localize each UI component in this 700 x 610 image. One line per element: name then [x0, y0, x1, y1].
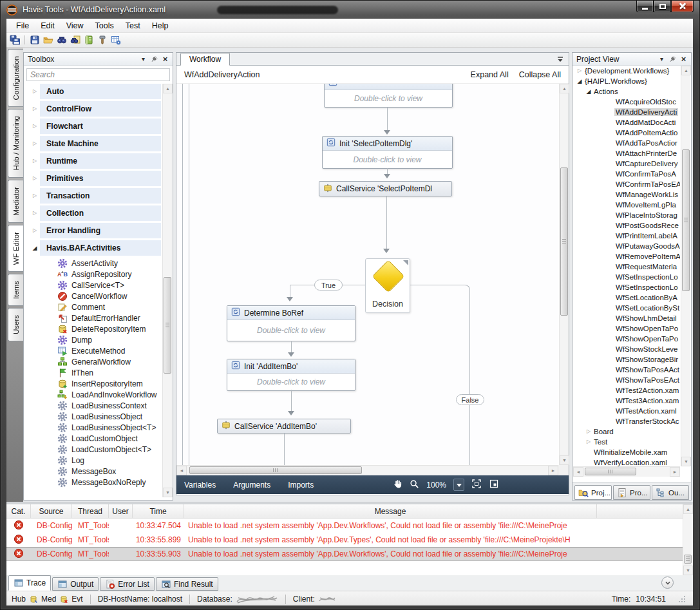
toolbar-button[interactable]: [28, 34, 41, 46]
node-determine-boref[interactable]: Determine BoRef Double-click to view: [227, 305, 355, 341]
pan-hand-icon[interactable]: [392, 479, 402, 491]
scrollbar-thumb[interactable]: [164, 277, 171, 374]
toolbox-item[interactable]: DeleteRepositoryItem: [25, 323, 162, 334]
tree-item[interactable]: ◢ {HAIPL.Workflows}: [573, 76, 680, 86]
zoom-dropdown-button[interactable]: [453, 479, 464, 491]
scroll-up-icon[interactable]: ▲: [681, 66, 691, 75]
tree-item[interactable]: WfAddPoItemActio: [573, 128, 680, 138]
node-init-selectpoitemdlg[interactable]: Init 'SelectPoItemDlg' Double-click to v…: [322, 136, 453, 169]
scrollbar-thumb[interactable]: [682, 149, 690, 291]
node-decision[interactable]: Decision: [365, 258, 410, 313]
scroll-up-icon[interactable]: ▲: [683, 504, 693, 514]
tab-workflow[interactable]: Workflow: [180, 53, 230, 66]
expander-icon[interactable]: ▷: [31, 124, 39, 129]
tree-item[interactable]: WfPostGoodsRece: [573, 220, 680, 231]
node-callservice-additembo[interactable]: CallService 'AddItemBo': [217, 419, 351, 434]
expander-icon[interactable]: ◢: [576, 79, 583, 84]
side-tab[interactable]: Items: [8, 274, 23, 306]
log-column-header[interactable]: [597, 504, 693, 518]
log-column-header[interactable]: User: [109, 504, 133, 518]
toolbox-search-input[interactable]: [26, 68, 170, 81]
tree-item[interactable]: WfShowStockLeve: [573, 344, 680, 354]
log-column-header[interactable]: Source: [31, 504, 72, 518]
toolbar-button[interactable]: [69, 34, 82, 46]
tree-item[interactable]: WfShowTaPosEAct: [573, 375, 680, 385]
node-collapsed-top[interactable]: Double-click to view: [324, 84, 453, 108]
toolbar-button[interactable]: [42, 34, 55, 46]
toolbox-category[interactable]: ▷ Transaction: [25, 188, 162, 204]
tree-item[interactable]: WfConfirmTaPosA: [573, 169, 680, 179]
project-view-horizontal-scrollbar[interactable]: ◄ ►: [573, 466, 680, 477]
toolbox-item[interactable]: ExecuteMethod: [25, 345, 162, 356]
toolbox-item[interactable]: GeneralWorkflow: [25, 356, 162, 367]
scroll-right-icon[interactable]: ►: [670, 467, 680, 477]
scroll-left-icon[interactable]: ◄: [176, 466, 187, 475]
toolbox-item[interactable]: LoadAndInvokeWorkflow: [25, 389, 162, 400]
tree-item[interactable]: WfAcquireOldStoc: [573, 97, 680, 107]
tree-item[interactable]: WfSetLocationBySt: [573, 303, 680, 313]
expander-icon[interactable]: ▷: [585, 429, 592, 434]
expander-icon[interactable]: ▷: [31, 193, 39, 198]
log-column-header[interactable]: Cat.: [6, 504, 31, 518]
side-tab[interactable]: Configuration: [8, 49, 23, 107]
log-row[interactable]: DB-Configu MT_Tools 10:33:55.899 Unable …: [6, 533, 693, 547]
tree-item[interactable]: WfSetInspectionLo: [573, 272, 680, 282]
title-bar[interactable]: Havis Tools - WfAddDeliveryAction.xaml: [1, 1, 699, 19]
expander-icon[interactable]: ▷: [31, 211, 39, 216]
menu-item[interactable]: View: [61, 20, 90, 32]
expander-icon[interactable]: ▷: [31, 158, 39, 164]
project-view-tab[interactable]: Proj...: [574, 485, 612, 500]
minimize-button[interactable]: [636, 1, 654, 12]
side-tab[interactable]: Users: [8, 308, 23, 341]
window-position-menu-icon[interactable]: ▾: [138, 54, 149, 64]
log-column-header[interactable]: Message: [184, 504, 597, 518]
toolbar-button[interactable]: [109, 34, 122, 46]
tree-item[interactable]: WfCaptureDelivery: [573, 158, 680, 169]
bottom-tab[interactable]: Find Result: [156, 577, 218, 591]
side-tab[interactable]: Hub / Monitoring: [8, 109, 23, 177]
close-icon[interactable]: ×: [678, 54, 689, 64]
resize-grip[interactable]: [678, 595, 686, 604]
overview-icon[interactable]: [489, 479, 499, 491]
toolbar-button[interactable]: [96, 34, 109, 46]
scroll-right-icon[interactable]: ►: [548, 466, 558, 475]
tree-item[interactable]: WfShowOpenTaPo: [573, 323, 680, 334]
designer-horizontal-scrollbar[interactable]: ◄ ►: [176, 465, 558, 475]
tab-list-icon[interactable]: [556, 55, 564, 63]
log-row[interactable]: DB-Configu MT_Tools 10:33:55.903 Unable …: [6, 547, 693, 561]
toolbox-item[interactable]: CancelWorkflow: [25, 291, 162, 301]
toolbox-item[interactable]: IfThen: [25, 367, 162, 378]
tree-item[interactable]: WfAddTaPosActior: [573, 138, 680, 148]
tree-item[interactable]: WfRequestMateria: [573, 262, 680, 272]
bottom-tab[interactable]: Output: [52, 577, 99, 591]
project-view-vertical-scrollbar[interactable]: ▲ ▼: [681, 66, 690, 466]
pin-icon[interactable]: [149, 54, 160, 64]
expander-icon[interactable]: ▷: [585, 439, 592, 444]
toolbox-scrollbar[interactable]: ▲ ▼: [162, 84, 172, 497]
tree-item[interactable]: WfPutawayGoodsA: [573, 241, 680, 251]
menu-item[interactable]: Edit: [35, 20, 61, 32]
tree-item[interactable]: WfMoveItemLgPla: [573, 200, 680, 210]
bottom-tab[interactable]: Trace: [8, 575, 51, 591]
tree-item[interactable]: WfShowLhmDetail: [573, 313, 680, 323]
side-tab[interactable]: WF Editor: [8, 225, 23, 272]
tree-item[interactable]: WfShowTaPosAAct: [573, 365, 680, 375]
tree-item[interactable]: WfShowStorageBir: [573, 354, 680, 365]
toolbox-category[interactable]: ▷ Runtime: [25, 153, 162, 169]
toolbox-item[interactable]: InsertRepositoryItem: [25, 378, 162, 389]
scroll-up-icon[interactable]: ▲: [560, 84, 569, 93]
toolbox-item[interactable]: AB AssignRepository: [25, 269, 162, 280]
tree-item[interactable]: WfAddDeliveryActi: [573, 107, 680, 117]
toolbox-item[interactable]: LoadBusinessObject: [25, 411, 162, 422]
menu-item[interactable]: Test: [120, 20, 146, 32]
scroll-down-icon[interactable]: ▼: [683, 566, 693, 575]
zoom-level-value[interactable]: 100%: [426, 481, 446, 490]
tree-item[interactable]: ▷ Test: [573, 437, 680, 447]
pin-icon[interactable]: [667, 54, 678, 64]
tree-item[interactable]: WfTestAction.xaml: [573, 406, 680, 416]
expand-all-link[interactable]: Expand All: [471, 70, 509, 79]
toolbox-item[interactable]: LoadCustomObject: [25, 433, 162, 444]
toolbox-category[interactable]: ▷ Error Handling: [25, 223, 162, 238]
expander-icon[interactable]: ▷: [31, 106, 39, 111]
menu-item[interactable]: Tools: [90, 20, 120, 32]
